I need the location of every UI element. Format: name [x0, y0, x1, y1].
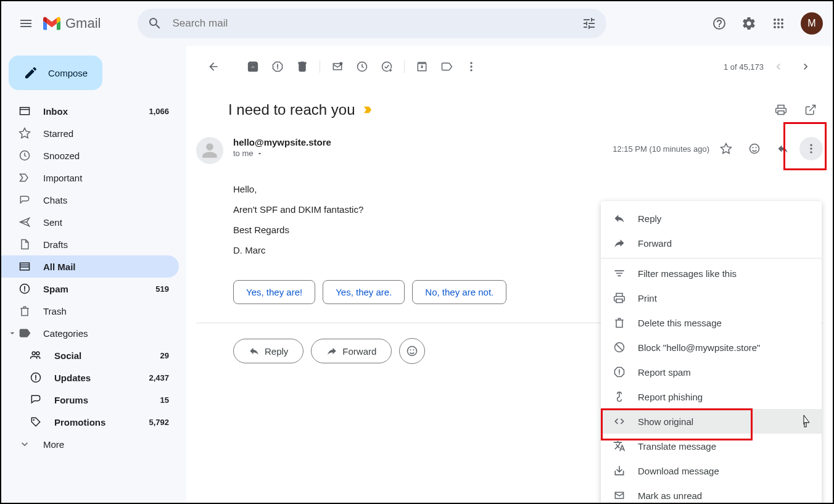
apps-icon[interactable] — [766, 11, 791, 36]
gmail-logo[interactable]: Gmail — [43, 15, 101, 31]
nav-icon — [19, 216, 31, 228]
menu-item-translate-message[interactable]: Translate message — [601, 434, 822, 458]
smart-reply-button[interactable]: No, they are not. — [412, 280, 506, 304]
more-actions-button[interactable] — [459, 54, 484, 79]
print-button[interactable] — [769, 97, 793, 122]
search-bar[interactable] — [138, 9, 606, 38]
snooze-button[interactable] — [350, 54, 374, 79]
svg-point-10 — [470, 62, 472, 64]
search-icon[interactable] — [142, 11, 167, 36]
categories-label: Categories — [43, 328, 88, 339]
prev-button[interactable] — [766, 54, 791, 79]
menu-icon — [613, 212, 626, 225]
search-options-icon[interactable] — [577, 11, 601, 36]
svg-point-12 — [470, 69, 472, 71]
star-button[interactable] — [714, 137, 738, 160]
svg-point-17 — [810, 147, 812, 149]
category-icon — [30, 416, 42, 428]
react-button[interactable] — [743, 137, 766, 160]
move-to-button[interactable] — [410, 54, 434, 79]
forward-button[interactable]: Forward — [311, 339, 392, 363]
svg-point-21 — [413, 349, 415, 350]
nav-icon — [19, 149, 31, 162]
support-icon[interactable] — [707, 11, 732, 36]
more-toggle[interactable]: More — [1, 433, 179, 455]
archive-button[interactable] — [241, 54, 265, 79]
sidebar-item-spam[interactable]: Spam519 — [1, 278, 179, 300]
sender-avatar[interactable] — [196, 137, 223, 164]
pagination-text: 1 of 45,173 — [724, 62, 764, 72]
nav-icon — [19, 194, 31, 206]
menu-item-delete-this-message[interactable]: Delete this message — [601, 310, 822, 335]
menu-item-reply[interactable]: Reply — [601, 206, 822, 231]
menu-item-show-original[interactable]: Show original — [601, 409, 822, 434]
menu-item-filter-messages-like-this[interactable]: Filter messages like this — [601, 261, 822, 286]
nav-icon — [19, 283, 31, 295]
report-spam-button[interactable] — [265, 54, 290, 79]
sidebar-item-sent[interactable]: Sent — [1, 211, 179, 233]
nav-icon — [19, 171, 31, 184]
nav-icon — [19, 105, 31, 117]
svg-point-16 — [810, 144, 812, 146]
smart-reply-button[interactable]: Yes, they are. — [323, 280, 405, 304]
compose-button[interactable]: Compose — [9, 56, 102, 90]
more-label: More — [43, 439, 169, 450]
menu-item-report-phishing[interactable]: Report phishing — [601, 384, 822, 409]
sidebar-item-important[interactable]: Important — [1, 167, 179, 189]
sidebar-item-all-mail[interactable]: All Mail — [1, 255, 179, 278]
menu-icon — [613, 415, 626, 428]
menu-icon — [613, 237, 626, 249]
email-subject: I need to reach you — [228, 101, 355, 118]
settings-icon[interactable] — [737, 11, 761, 36]
menu-item-report-spam[interactable]: Report spam — [601, 360, 822, 384]
account-avatar[interactable]: M — [801, 12, 823, 35]
svg-point-19 — [408, 347, 417, 356]
menu-icon — [613, 292, 626, 304]
reaction-button[interactable] — [399, 338, 425, 364]
sidebar-item-chats[interactable]: Chats — [1, 189, 179, 211]
smart-reply-button[interactable]: Yes, they are! — [233, 280, 315, 304]
main-menu-button[interactable] — [11, 9, 41, 38]
menu-item-forward[interactable]: Forward — [601, 231, 822, 255]
menu-icon — [613, 341, 626, 353]
sidebar-item-inbox[interactable]: Inbox1,066 — [1, 100, 179, 122]
menu-item-download-message[interactable]: Download message — [601, 458, 822, 483]
menu-item-mark-as-unread[interactable]: Mark as unread — [601, 483, 822, 504]
recipient-info[interactable]: to me — [233, 149, 613, 158]
message-more-button[interactable] — [799, 137, 823, 160]
sidebar-item-drafts[interactable]: Drafts — [1, 233, 179, 255]
reply-button[interactable]: Reply — [233, 339, 303, 363]
menu-icon — [613, 489, 626, 502]
sidebar-item-trash[interactable]: Trash — [1, 300, 179, 322]
back-button[interactable] — [201, 54, 226, 79]
category-updates[interactable]: Updates2,437 — [1, 366, 179, 389]
svg-point-20 — [410, 349, 411, 350]
categories-toggle[interactable]: Categories — [1, 322, 186, 344]
search-input[interactable] — [167, 17, 577, 30]
svg-point-15 — [756, 147, 757, 148]
menu-item-print[interactable]: Print — [601, 286, 822, 310]
next-button[interactable] — [793, 54, 818, 79]
add-task-button[interactable] — [374, 54, 399, 79]
delete-button[interactable] — [290, 54, 315, 79]
category-forums[interactable]: Forums15 — [1, 389, 179, 411]
sidebar-item-snoozed[interactable]: Snoozed — [1, 144, 179, 167]
nav-icon — [19, 238, 31, 250]
labels-button[interactable] — [434, 54, 459, 79]
important-marker-icon[interactable] — [362, 104, 373, 115]
sidebar-item-starred[interactable]: Starred — [1, 122, 179, 144]
reply-icon-button[interactable] — [771, 137, 795, 160]
open-new-window-button[interactable] — [798, 97, 823, 122]
menu-icon — [613, 440, 626, 452]
menu-item-block-hello-mywpsite-store[interactable]: Block "hello@mywpsite.store" — [601, 335, 822, 360]
mark-unread-button[interactable] — [325, 54, 350, 79]
category-promotions[interactable]: Promotions5,792 — [1, 411, 179, 433]
menu-icon — [613, 316, 626, 329]
toolbar: 1 of 45,173 — [196, 51, 823, 83]
category-icon — [30, 394, 42, 406]
menu-icon — [613, 267, 626, 279]
svg-point-11 — [470, 65, 472, 67]
svg-point-18 — [810, 151, 812, 153]
category-social[interactable]: Social29 — [1, 344, 179, 366]
svg-point-14 — [753, 147, 754, 148]
